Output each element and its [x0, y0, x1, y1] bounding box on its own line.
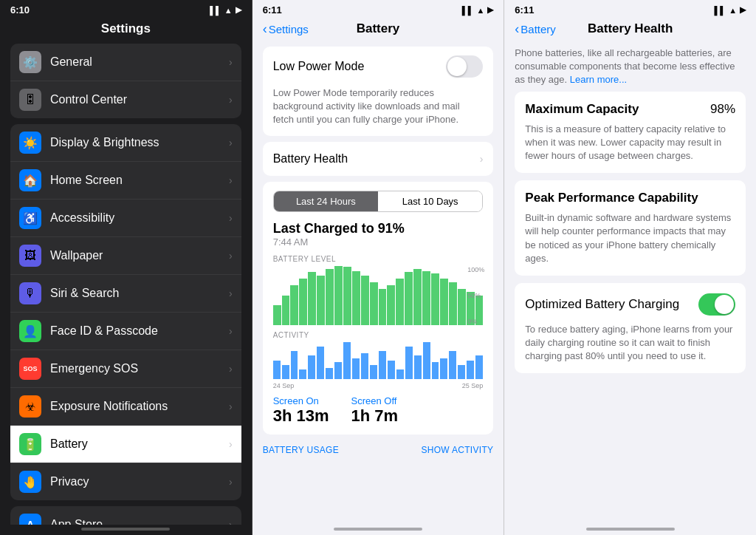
- back-label-right: Battery: [520, 23, 556, 35]
- activity-bar: [475, 355, 483, 378]
- privacy-label: Privacy: [50, 475, 229, 488]
- privacy-chevron: ›: [229, 476, 233, 488]
- activity-bar: [379, 351, 386, 379]
- settings-row-exposure[interactable]: ☣ Exposure Notifications ›: [10, 388, 241, 426]
- battery-row-chevron: ›: [229, 438, 233, 450]
- wallpaper-icon: 🖼: [19, 245, 41, 267]
- low-power-toggle[interactable]: [446, 55, 483, 78]
- screen-off-stat: Screen Off 1h 7m: [351, 395, 399, 426]
- low-power-row: Low Power Mode: [263, 47, 494, 86]
- back-to-battery[interactable]: ‹ Battery: [515, 21, 556, 37]
- settings-list: ⚙️ General › 🎛 Control Center › ☀️ Displ…: [0, 41, 252, 525]
- battery-health-chevron: ›: [480, 153, 484, 165]
- home-indicator-left: [81, 528, 170, 531]
- home-screen-chevron: ›: [229, 174, 233, 186]
- battery-bar: [449, 282, 457, 325]
- appstore-label: App Store: [50, 518, 229, 525]
- exposure-label: Exposure Notifications: [50, 400, 229, 413]
- accessibility-icon: ♿: [19, 207, 41, 229]
- signal-icon-right: ▌▌: [715, 6, 726, 15]
- battery-bar: [361, 276, 369, 325]
- activity-bar: [440, 358, 447, 379]
- battery-bar: [458, 289, 466, 325]
- settings-row-accessibility[interactable]: ♿ Accessibility ›: [10, 200, 241, 237]
- activity-bar: [334, 362, 342, 379]
- control-center-icon: 🎛: [19, 89, 41, 111]
- battery-bar: [475, 296, 484, 325]
- settings-group-store: A App Store › 💳 Wallet & Apple Pay ›: [10, 506, 241, 525]
- privacy-icon: 🤚: [19, 471, 41, 493]
- activity-bar: [396, 369, 404, 379]
- settings-row-battery[interactable]: 🔋 Battery ›: [10, 426, 241, 463]
- siri-chevron: ›: [229, 287, 233, 299]
- activity-bar: [432, 362, 439, 379]
- settings-row-display[interactable]: ☀️ Display & Brightness ›: [10, 124, 241, 162]
- last-charged-label: Last Charged to 91%: [273, 221, 484, 236]
- activity-bar: [467, 361, 474, 379]
- learn-more-link[interactable]: Learn more...: [570, 74, 627, 85]
- screen-off-label: Screen Off: [351, 395, 399, 406]
- time-mid: 6:11: [263, 4, 282, 16]
- settings-row-wallpaper[interactable]: 🖼 Wallpaper ›: [10, 237, 241, 275]
- chart-x-labels: 24 Sep 25 Sep: [273, 382, 484, 389]
- max-capacity-card: Maximum Capacity 98% This is a measure o…: [515, 92, 746, 174]
- settings-row-appstore[interactable]: A App Store ›: [10, 506, 241, 525]
- display-chevron: ›: [229, 137, 233, 149]
- opt-charge-toggle[interactable]: [698, 293, 735, 316]
- status-icons-right: ▌▌ ▲ ▶: [715, 5, 746, 15]
- appstore-chevron: ›: [229, 519, 233, 525]
- activity-bar: [352, 358, 360, 379]
- back-to-settings[interactable]: ‹ Settings: [263, 21, 309, 37]
- battery-bar: [334, 266, 343, 325]
- footer-show-activity[interactable]: SHOW ACTIVITY: [421, 445, 493, 455]
- capacity-value: 98%: [710, 102, 735, 117]
- opt-charge-label: Optimized Battery Charging: [525, 297, 679, 312]
- battery-bar: [273, 305, 281, 325]
- battery-bar: [370, 282, 378, 325]
- battery-bar: [290, 285, 298, 324]
- battery-health-label: Battery Health: [273, 152, 348, 166]
- home-screen-label: Home Screen: [50, 174, 229, 187]
- battery-health-card[interactable]: Battery Health ›: [263, 142, 494, 176]
- battery-panel: 6:11 ▌▌ ▲ ▶ ‹ Settings Battery Low Power…: [252, 0, 505, 535]
- settings-nav: Settings: [0, 18, 252, 41]
- settings-row-siri[interactable]: 🎙 Siri & Search ›: [10, 275, 241, 313]
- battery-bar: [431, 273, 439, 324]
- settings-row-sos[interactable]: SOS Emergency SOS ›: [10, 350, 241, 388]
- settings-row-home-screen[interactable]: 🏠 Home Screen ›: [10, 162, 241, 200]
- chart-tabs[interactable]: Last 24 Hours Last 10 Days: [273, 191, 484, 212]
- activity-bar: [308, 355, 315, 378]
- battery-health-nav: ‹ Battery Battery Health: [504, 18, 756, 41]
- back-label-mid: Settings: [269, 23, 309, 35]
- battery-health-row[interactable]: Battery Health ›: [263, 142, 494, 176]
- settings-row-control-center[interactable]: 🎛 Control Center ›: [10, 81, 241, 118]
- battery-level-label: BATTERY LEVEL: [273, 255, 484, 263]
- status-icons-left: ▌▌ ▲ ▶: [210, 5, 241, 15]
- activity-bar: [299, 369, 306, 379]
- tab-24h[interactable]: Last 24 Hours: [274, 191, 378, 211]
- battery-health-title: Battery Health: [588, 21, 673, 36]
- battery-row-label: Battery: [50, 437, 229, 451]
- battery-icon-right: ▶: [740, 5, 746, 15]
- battery-bar: [326, 269, 334, 325]
- x-label-left: 24 Sep: [273, 382, 295, 389]
- activity-bar: [405, 347, 413, 379]
- tab-10d[interactable]: Last 10 Days: [378, 191, 482, 211]
- low-power-card: Low Power Mode Low Power Mode temporaril…: [263, 47, 494, 136]
- accessibility-chevron: ›: [229, 212, 233, 224]
- settings-row-privacy[interactable]: 🤚 Privacy ›: [10, 463, 241, 500]
- activity-bar: [291, 351, 298, 379]
- settings-row-faceid[interactable]: 👤 Face ID & Passcode ›: [10, 313, 241, 350]
- perf-title: Peak Performance Capability: [525, 191, 735, 205]
- footer-battery-usage[interactable]: BATTERY USAGE: [263, 445, 339, 455]
- battery-bar: [396, 279, 404, 324]
- opt-charge-card: Optimized Battery Charging To reduce bat…: [515, 283, 746, 374]
- battery-bar: [413, 269, 422, 325]
- battery-icon: ▶: [236, 5, 241, 15]
- activity-bar: [370, 365, 377, 379]
- battery-bar: [352, 271, 360, 325]
- wifi-icon: ▲: [224, 6, 233, 15]
- time-left: 6:10: [10, 4, 30, 16]
- settings-row-general[interactable]: ⚙️ General ›: [10, 44, 241, 81]
- x-label-right: 25 Sep: [462, 382, 484, 389]
